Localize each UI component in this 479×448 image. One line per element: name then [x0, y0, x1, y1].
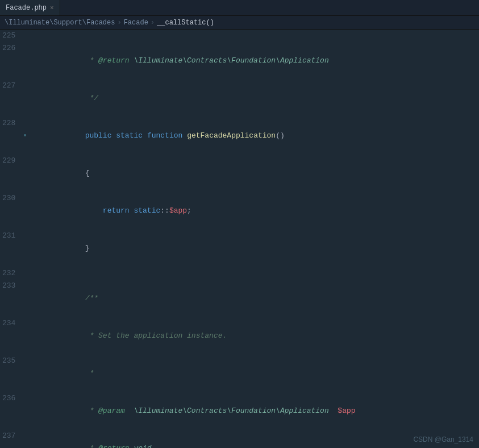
code-area[interactable]: 225 226 * @return \Illuminate\Contracts\… — [0, 30, 479, 448]
collapse-icon[interactable]: ▾ — [20, 117, 30, 155]
tab-facade-php[interactable]: Facade.php × — [0, 0, 60, 15]
breadcrumb-sep-1: › — [117, 19, 121, 27]
code-line: 234 * Set the application instance. — [2, 317, 479, 355]
code-line: 229 { — [2, 155, 479, 192]
tab-close-icon[interactable]: × — [50, 5, 54, 11]
code-line: 237 * @return void — [2, 430, 479, 448]
code-line: 232 — [2, 267, 479, 280]
code-line: 225 — [2, 30, 479, 42]
watermark: CSDN @Gan_1314 — [413, 435, 473, 443]
code-line: 233 /** — [2, 280, 479, 317]
tab-bar: Facade.php × — [0, 0, 479, 16]
code-line: 230 return static::$app; — [2, 192, 479, 230]
code-line: 227 */ — [2, 80, 479, 117]
code-line: 235 * — [2, 355, 479, 392]
code-line: 231 } — [2, 230, 479, 267]
editor: 225 226 * @return \Illuminate\Contracts\… — [0, 30, 479, 448]
breadcrumb-part-1: \Illuminate\Support\Facades — [5, 19, 115, 27]
breadcrumb-part-2: Facade — [124, 19, 148, 27]
tab-filename: Facade.php — [6, 4, 47, 12]
code-line: 236 * @param \Illuminate\Contracts\Found… — [2, 392, 479, 430]
breadcrumb-sep-2: › — [151, 19, 155, 27]
code-line: 226 * @return \Illuminate\Contracts\Foun… — [2, 42, 479, 80]
breadcrumb: \Illuminate\Support\Facades › Facade › _… — [0, 16, 479, 30]
breadcrumb-current: __callStatic() — [157, 19, 214, 27]
code-line: 228 ▾ public static function getFacadeAp… — [2, 117, 479, 155]
